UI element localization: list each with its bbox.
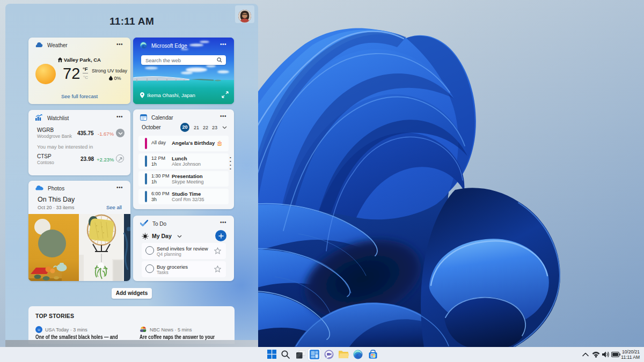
svg-text:U: U [38,328,40,331]
